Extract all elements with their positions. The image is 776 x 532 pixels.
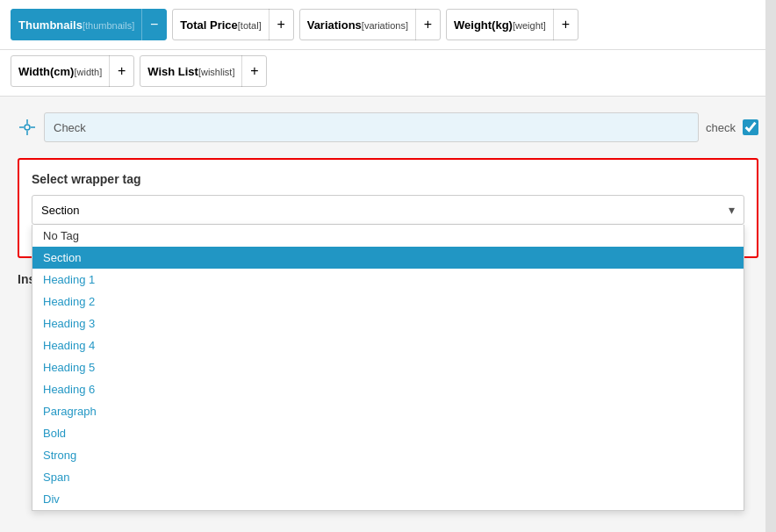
check-label: check: [706, 121, 736, 134]
tag-weight-label: Weight(kg)[weight]: [447, 18, 553, 32]
tag-wish-list-label: Wish List[wishlist]: [140, 65, 241, 78]
dropdown-item-span[interactable]: Span: [32, 466, 744, 488]
dropdown-item-heading-1[interactable]: Heading 1: [32, 269, 744, 291]
main-container: Thumbnails[thumbnails] − Total Price[tot…: [0, 0, 776, 532]
dropdown-item-heading-6[interactable]: Heading 6: [32, 378, 744, 400]
svg-point-0: [25, 125, 30, 130]
dropdown-item-heading-4[interactable]: Heading 4: [32, 334, 744, 356]
tag-wish-list[interactable]: Wish List[wishlist] +: [140, 55, 267, 87]
dropdown-item-bold[interactable]: Bold: [32, 422, 744, 444]
tag-wish-list-add[interactable]: +: [241, 55, 266, 87]
tag-thumbnails-remove[interactable]: −: [141, 9, 166, 40]
tag-bar-row1: Thumbnails[thumbnails] − Total Price[tot…: [0, 0, 776, 50]
tag-thumbnails-label: Thumbnails[thumbnails]: [11, 18, 141, 32]
dropdown-item-no-tag[interactable]: No Tag: [32, 225, 744, 247]
dropdown-item-heading-3[interactable]: Heading 3: [32, 313, 744, 334]
dropdown-item-section[interactable]: Section: [32, 247, 744, 269]
dropdown-item-div[interactable]: Div: [32, 488, 744, 510]
dropdown-item-heading-2[interactable]: Heading 2: [32, 291, 744, 313]
dropdown-list: No Tag Section Heading 1 Heading 2 Headi…: [32, 225, 744, 511]
tag-width-add[interactable]: +: [109, 55, 133, 87]
wrapper-section: Select wrapper tag Section ▾ No Tag Sect…: [18, 158, 758, 258]
tag-width[interactable]: Width(cm)[width] +: [11, 55, 134, 87]
tag-weight-add[interactable]: +: [553, 9, 578, 40]
tag-bar-row2: Width(cm)[width] + Wish List[wishlist] +: [0, 50, 776, 97]
tag-thumbnails[interactable]: Thumbnails[thumbnails] −: [11, 9, 167, 40]
tag-total-price[interactable]: Total Price[total] +: [172, 9, 293, 40]
tag-variations-add[interactable]: +: [415, 9, 440, 40]
select-wrapper-tag[interactable]: Section ▾ No Tag Section Heading 1 Headi…: [32, 195, 744, 225]
dropdown-item-strong[interactable]: Strong: [32, 444, 744, 466]
dropdown-item-paragraph[interactable]: Paragraph: [32, 400, 744, 422]
tag-weight[interactable]: Weight(kg)[weight] +: [446, 9, 578, 40]
tag-width-label: Width(cm)[width]: [11, 65, 109, 78]
wrapper-title: Select wrapper tag: [32, 172, 744, 186]
tag-total-price-label: Total Price[total]: [173, 18, 268, 32]
tag-variations[interactable]: Variations[variations] +: [299, 9, 441, 40]
check-toggle[interactable]: [743, 119, 758, 135]
select-value: Section: [41, 204, 79, 217]
select-display[interactable]: Section ▾: [32, 195, 744, 225]
check-row: check: [18, 112, 758, 142]
dropdown-item-heading-5[interactable]: Heading 5: [32, 356, 744, 378]
check-input[interactable]: [44, 112, 699, 142]
tag-variations-label: Variations[variations]: [300, 18, 415, 32]
tag-total-price-add[interactable]: +: [269, 9, 293, 40]
chevron-down-icon: ▾: [729, 203, 735, 217]
move-icon: [18, 118, 37, 137]
scrollbar[interactable]: [765, 0, 776, 532]
content-area: check Select wrapper tag Section ▾ No Ta…: [0, 97, 776, 532]
